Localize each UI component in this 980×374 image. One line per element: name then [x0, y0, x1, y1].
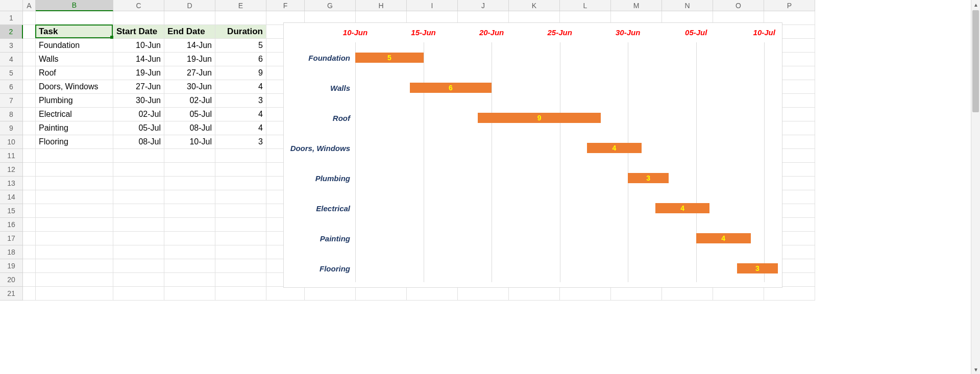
- cell-A20[interactable]: [23, 273, 36, 287]
- cell-O21[interactable]: [713, 287, 764, 301]
- cell-B8[interactable]: Electrical: [36, 108, 113, 121]
- cell-C3[interactable]: 10-Jun: [113, 39, 164, 53]
- cell-A10[interactable]: [23, 135, 36, 149]
- row-header-15[interactable]: 15: [0, 204, 23, 218]
- row-header-19[interactable]: 19: [0, 259, 23, 273]
- row-header-14[interactable]: 14: [0, 190, 23, 204]
- cell-B11[interactable]: [36, 149, 113, 163]
- cell-E15[interactable]: [215, 204, 266, 218]
- cell-E1[interactable]: [215, 11, 266, 25]
- cell-C14[interactable]: [113, 190, 164, 204]
- gantt-bar[interactable]: 3: [737, 263, 778, 273]
- cell-E10[interactable]: 3: [215, 135, 266, 149]
- cell-D3[interactable]: 14-Jun: [164, 39, 215, 53]
- cell-B15[interactable]: [36, 204, 113, 218]
- cell-C2[interactable]: Start Date: [113, 25, 164, 39]
- cell-B18[interactable]: [36, 245, 113, 259]
- cell-A7[interactable]: [23, 94, 36, 108]
- cell-D21[interactable]: [164, 287, 215, 301]
- cell-A4[interactable]: [23, 53, 36, 66]
- gantt-bar[interactable]: 4: [655, 203, 710, 213]
- cell-E5[interactable]: 9: [215, 66, 266, 80]
- col-header-F[interactable]: F: [266, 0, 305, 11]
- cell-C19[interactable]: [113, 259, 164, 273]
- row-header-6[interactable]: 6: [0, 80, 23, 94]
- scroll-up-arrow-icon[interactable]: ▲: [971, 0, 980, 9]
- row-header-18[interactable]: 18: [0, 245, 23, 259]
- cell-B7[interactable]: Plumbing: [36, 94, 113, 108]
- cell-C18[interactable]: [113, 245, 164, 259]
- cell-A8[interactable]: [23, 108, 36, 121]
- col-header-I[interactable]: I: [407, 0, 458, 11]
- col-header-P[interactable]: P: [764, 0, 815, 11]
- cell-D20[interactable]: [164, 273, 215, 287]
- row-header-5[interactable]: 5: [0, 66, 23, 80]
- row-header-1[interactable]: 1: [0, 11, 23, 25]
- row-header-12[interactable]: 12: [0, 163, 23, 177]
- cell-E20[interactable]: [215, 273, 266, 287]
- cell-A6[interactable]: [23, 80, 36, 94]
- row-header-2[interactable]: 2: [0, 25, 23, 39]
- row-header-3[interactable]: 3: [0, 39, 23, 53]
- cell-A13[interactable]: [23, 177, 36, 190]
- cell-B10[interactable]: Flooring: [36, 135, 113, 149]
- cell-E12[interactable]: [215, 163, 266, 177]
- cell-D15[interactable]: [164, 204, 215, 218]
- row-header-7[interactable]: 7: [0, 94, 23, 108]
- cell-E4[interactable]: 6: [215, 53, 266, 66]
- col-header-A[interactable]: A: [23, 0, 36, 11]
- cell-C21[interactable]: [113, 287, 164, 301]
- cell-C11[interactable]: [113, 149, 164, 163]
- cell-A14[interactable]: [23, 190, 36, 204]
- cell-B19[interactable]: [36, 259, 113, 273]
- col-header-B[interactable]: B: [36, 0, 113, 11]
- cell-C20[interactable]: [113, 273, 164, 287]
- gantt-bar[interactable]: 4: [587, 143, 642, 153]
- cell-E7[interactable]: 3: [215, 94, 266, 108]
- cell-C7[interactable]: 30-Jun: [113, 94, 164, 108]
- gantt-bar[interactable]: 4: [696, 233, 751, 243]
- row-header-16[interactable]: 16: [0, 218, 23, 232]
- cell-E17[interactable]: [215, 232, 266, 245]
- row-header-10[interactable]: 10: [0, 135, 23, 149]
- col-header-N[interactable]: N: [662, 0, 713, 11]
- col-header-H[interactable]: H: [356, 0, 407, 11]
- cell-K21[interactable]: [509, 287, 560, 301]
- cell-D9[interactable]: 08-Jul: [164, 121, 215, 135]
- cell-C16[interactable]: [113, 218, 164, 232]
- cell-A21[interactable]: [23, 287, 36, 301]
- cell-M21[interactable]: [611, 287, 662, 301]
- cell-D4[interactable]: 19-Jun: [164, 53, 215, 66]
- row-header-9[interactable]: 9: [0, 121, 23, 135]
- cell-B5[interactable]: Roof: [36, 66, 113, 80]
- cell-D18[interactable]: [164, 245, 215, 259]
- cell-J21[interactable]: [458, 287, 509, 301]
- row-header-8[interactable]: 8: [0, 108, 23, 121]
- cell-C4[interactable]: 14-Jun: [113, 53, 164, 66]
- col-header-E[interactable]: E: [215, 0, 266, 11]
- cell-A2[interactable]: [23, 25, 36, 39]
- gantt-bar[interactable]: 5: [355, 53, 424, 63]
- cell-E2[interactable]: Duration: [215, 25, 266, 39]
- cell-A3[interactable]: [23, 39, 36, 53]
- cell-A16[interactable]: [23, 218, 36, 232]
- cell-A12[interactable]: [23, 163, 36, 177]
- cell-E13[interactable]: [215, 177, 266, 190]
- cell-E3[interactable]: 5: [215, 39, 266, 53]
- gantt-bar[interactable]: 9: [478, 113, 600, 123]
- cell-D1[interactable]: [164, 11, 215, 25]
- cell-C15[interactable]: [113, 204, 164, 218]
- cell-B2[interactable]: Task: [36, 25, 113, 39]
- cell-C9[interactable]: 05-Jul: [113, 121, 164, 135]
- scroll-thumb[interactable]: [972, 10, 979, 112]
- cell-B16[interactable]: [36, 218, 113, 232]
- cell-B6[interactable]: Doors, Windows: [36, 80, 113, 94]
- cell-D19[interactable]: [164, 259, 215, 273]
- cell-B13[interactable]: [36, 177, 113, 190]
- cell-P21[interactable]: [764, 287, 815, 301]
- cell-D12[interactable]: [164, 163, 215, 177]
- row-header-13[interactable]: 13: [0, 177, 23, 190]
- row-header-20[interactable]: 20: [0, 273, 23, 287]
- cell-E11[interactable]: [215, 149, 266, 163]
- cell-E14[interactable]: [215, 190, 266, 204]
